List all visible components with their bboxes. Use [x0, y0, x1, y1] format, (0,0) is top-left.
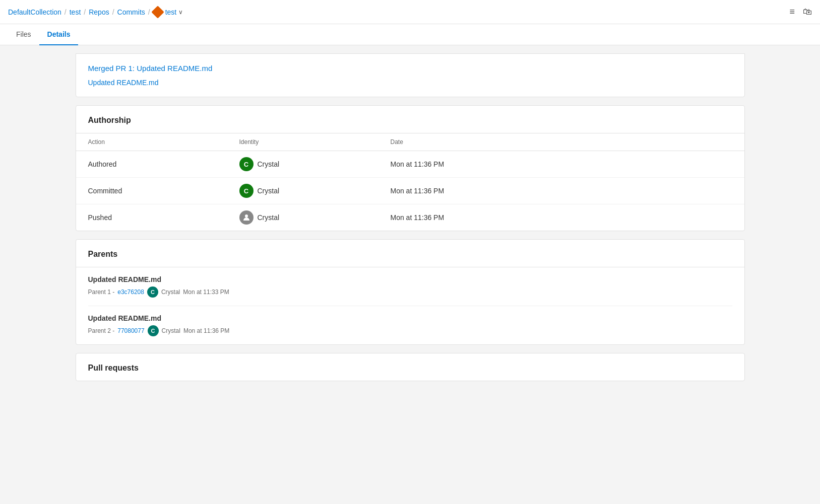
top-nav: DefaultCollection / test / Repos / Commi… [0, 0, 820, 24]
repo-icon [151, 6, 164, 18]
separator-2: / [84, 8, 86, 16]
breadcrumb-repo-name[interactable]: test [165, 8, 177, 16]
parent-author-1: Crystal [161, 289, 180, 296]
table-row-pushed: Pushed Crystal Mon at 11:36 PM [76, 204, 744, 231]
avatar-authored: C [239, 157, 254, 171]
name-committed: Crystal [258, 187, 280, 195]
breadcrumb-commits[interactable]: Commits [117, 8, 145, 16]
tab-details[interactable]: Details [39, 24, 79, 45]
parent-author-2: Crystal [162, 327, 180, 334]
name-authored: Crystal [258, 160, 280, 168]
parent-meta-1: Parent 1 - e3c76208 C Crystal Mon at 11:… [88, 286, 732, 298]
breadcrumb-test[interactable]: test [70, 8, 81, 16]
pull-requests-header: Pull requests [76, 353, 744, 381]
repo-name-wrapper: test ∨ [153, 8, 183, 17]
identity-pushed: Crystal [239, 210, 391, 225]
parents-content: Updated README.md Parent 1 - e3c76208 C … [76, 267, 744, 344]
separator-1: / [65, 8, 67, 16]
name-pushed: Crystal [258, 213, 280, 222]
avatar-pushed [239, 210, 254, 225]
col-identity-header: Identity [239, 138, 391, 146]
authorship-table: Action Identity Date Authored C Crystal … [76, 133, 744, 231]
parent-title-2[interactable]: Updated README.md [88, 314, 732, 322]
nav-icons: ≡ 🛍 [789, 7, 812, 17]
separator-3: / [112, 8, 114, 16]
action-authored: Authored [88, 160, 239, 168]
pull-requests-card: Pull requests [76, 353, 745, 381]
parent-hash-1[interactable]: e3c76208 [117, 289, 144, 296]
identity-committed: C Crystal [239, 184, 391, 198]
breadcrumb: DefaultCollection / test / Repos / Commi… [8, 8, 183, 17]
parents-header: Parents [76, 240, 744, 267]
parent-label-1: Parent 1 - [88, 289, 115, 296]
svg-point-0 [245, 214, 248, 218]
parent-item-1: Updated README.md Parent 1 - e3c76208 C … [88, 275, 732, 306]
avatar-committed: C [239, 184, 254, 198]
identity-authored: C Crystal [239, 157, 391, 171]
authorship-header: Authorship [76, 106, 744, 133]
table-row-committed: Committed C Crystal Mon at 11:36 PM [76, 178, 744, 204]
list-icon[interactable]: ≡ [789, 7, 795, 17]
commit-subtitle[interactable]: Updated README.md [88, 79, 732, 87]
parent-date-1: Mon at 11:33 PM [183, 289, 229, 296]
action-committed: Committed [88, 187, 239, 195]
breadcrumb-collection[interactable]: DefaultCollection [8, 8, 61, 16]
chevron-down-icon[interactable]: ∨ [178, 9, 183, 16]
parents-card: Parents Updated README.md Parent 1 - e3c… [76, 239, 745, 345]
commit-title[interactable]: Merged PR 1: Updated README.md [88, 64, 732, 73]
parent-item-2: Updated README.md Parent 2 - 77080077 C … [88, 314, 732, 336]
tabs: Files Details [0, 24, 820, 45]
parent-label-2: Parent 2 - [88, 327, 115, 334]
separator-4: / [148, 8, 150, 16]
col-date-header: Date [391, 138, 732, 146]
col-action-header: Action [88, 138, 239, 146]
table-row-authored: Authored C Crystal Mon at 11:36 PM [76, 151, 744, 178]
date-committed: Mon at 11:36 PM [391, 187, 732, 195]
parent-date-2: Mon at 11:36 PM [183, 327, 229, 334]
commit-messages: Merged PR 1: Updated README.md Updated R… [76, 54, 744, 97]
parent-avatar-1: C [147, 286, 158, 298]
main-content: Merged PR 1: Updated README.md Updated R… [68, 45, 753, 397]
authorship-card: Authorship Action Identity Date Authored… [76, 105, 745, 231]
parent-meta-2: Parent 2 - 77080077 C Crystal Mon at 11:… [88, 325, 732, 336]
parent-hash-2[interactable]: 77080077 [117, 327, 144, 334]
action-pushed: Pushed [88, 213, 239, 222]
commit-messages-card: Merged PR 1: Updated README.md Updated R… [76, 53, 745, 97]
parent-avatar-2: C [148, 325, 159, 336]
table-header-row: Action Identity Date [76, 133, 744, 151]
bag-icon[interactable]: 🛍 [803, 7, 812, 17]
tab-files[interactable]: Files [8, 24, 39, 45]
date-authored: Mon at 11:36 PM [391, 160, 732, 168]
breadcrumb-repos[interactable]: Repos [89, 8, 109, 16]
parent-title-1[interactable]: Updated README.md [88, 275, 732, 283]
date-pushed: Mon at 11:36 PM [391, 213, 732, 222]
